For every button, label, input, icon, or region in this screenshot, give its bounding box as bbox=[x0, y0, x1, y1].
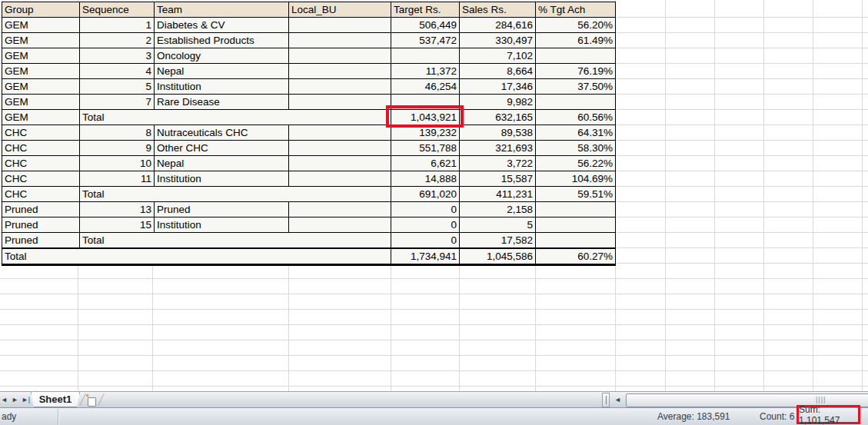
tab-sheet1[interactable]: Sheet1 bbox=[31, 392, 80, 407]
cell-pct[interactable] bbox=[536, 217, 616, 233]
cell-pct[interactable]: 60.27% bbox=[536, 248, 616, 265]
header-sequence[interactable]: Sequence bbox=[80, 2, 155, 18]
cell-local-bu[interactable] bbox=[289, 33, 391, 48]
cell-sales[interactable]: 89,538 bbox=[460, 125, 536, 141]
cell-group[interactable]: GEM bbox=[2, 79, 80, 95]
cell-sales[interactable]: 284,616 bbox=[460, 18, 536, 33]
cell-sales[interactable]: 9,982 bbox=[460, 95, 536, 110]
cell-group[interactable]: Pruned bbox=[2, 202, 80, 217]
cell-sequence[interactable]: 4 bbox=[80, 64, 155, 79]
header-target[interactable]: Target Rs. bbox=[391, 2, 460, 18]
cell-local-bu[interactable] bbox=[289, 171, 391, 187]
cell-group[interactable]: CHC bbox=[2, 141, 80, 156]
cell-pct[interactable]: 58.30% bbox=[536, 141, 616, 156]
cell-local-bu[interactable] bbox=[289, 95, 391, 110]
cell-sales[interactable]: 330,497 bbox=[460, 33, 536, 48]
cell-team[interactable]: Diabetes & CV bbox=[155, 18, 289, 33]
cell-target[interactable]: 14,888 bbox=[391, 171, 460, 187]
header-team[interactable]: Team bbox=[155, 2, 289, 18]
cell-pct[interactable]: 64.31% bbox=[536, 125, 616, 141]
cell-team[interactable]: Pruned bbox=[155, 202, 289, 217]
cell-sales[interactable]: 17,582 bbox=[460, 233, 536, 249]
cell-group[interactable]: Pruned bbox=[2, 217, 80, 233]
cell-sequence[interactable]: 11 bbox=[80, 171, 155, 187]
cell-local-bu[interactable] bbox=[289, 156, 391, 171]
cell-local-bu[interactable] bbox=[289, 125, 391, 141]
cell-local-bu[interactable] bbox=[289, 141, 391, 156]
cell-sequence[interactable]: 13 bbox=[80, 202, 155, 217]
cell-team[interactable]: Institution bbox=[155, 79, 289, 95]
cell-sales[interactable]: 632,165 bbox=[460, 110, 536, 125]
cell-total-label[interactable]: Total bbox=[80, 233, 391, 249]
cell-local-bu[interactable] bbox=[289, 64, 391, 79]
cell-pct[interactable] bbox=[536, 202, 616, 217]
cell-sequence[interactable]: 1 bbox=[80, 18, 155, 33]
cell-pct[interactable]: 56.20% bbox=[536, 18, 616, 33]
cell-team[interactable]: Nepal bbox=[155, 156, 289, 171]
cell-sales[interactable]: 2,158 bbox=[460, 202, 536, 217]
cell-team[interactable]: Rare Disease bbox=[155, 95, 289, 110]
cell-group[interactable]: GEM bbox=[2, 18, 80, 33]
cell-team[interactable]: Established Products bbox=[155, 33, 289, 48]
cell-pct[interactable]: 56.22% bbox=[536, 156, 616, 171]
cell-pct[interactable] bbox=[536, 95, 616, 110]
cell-group[interactable]: CHC bbox=[2, 187, 80, 202]
tab-scroll-last-button[interactable]: ►| bbox=[20, 393, 32, 407]
cell-sales[interactable]: 7,102 bbox=[460, 48, 536, 64]
cell-sales[interactable]: 411,231 bbox=[460, 187, 536, 202]
cell-total-label[interactable]: Total bbox=[80, 110, 391, 125]
cell-team[interactable]: Other CHC bbox=[155, 141, 289, 156]
header-group[interactable]: Group bbox=[2, 2, 80, 18]
cell-pct[interactable]: 61.49% bbox=[536, 33, 616, 48]
cell-sales[interactable]: 15,587 bbox=[460, 171, 536, 187]
cell-pct[interactable]: 37.50% bbox=[536, 79, 616, 95]
cell-pct[interactable]: 76.19% bbox=[536, 64, 616, 79]
hscroll-left-button[interactable]: ◄ bbox=[612, 393, 624, 407]
cell-sales[interactable]: 1,045,586 bbox=[460, 248, 536, 265]
cell-team[interactable]: Oncology bbox=[155, 48, 289, 64]
cell-local-bu[interactable] bbox=[289, 18, 391, 33]
cell-pct[interactable]: 104.69% bbox=[536, 171, 616, 187]
tab-split-handle[interactable] bbox=[602, 393, 610, 407]
cell-sales[interactable]: 5 bbox=[460, 217, 536, 233]
cell-group[interactable]: Pruned bbox=[2, 233, 80, 249]
cell-pct[interactable] bbox=[536, 233, 616, 249]
cell-sales[interactable]: 17,346 bbox=[460, 79, 536, 95]
cell-local-bu[interactable] bbox=[289, 48, 391, 64]
cell-target[interactable] bbox=[391, 48, 460, 64]
cell-team[interactable]: Nepal bbox=[155, 64, 289, 79]
cell-team[interactable]: Nutraceuticals CHC bbox=[155, 125, 289, 141]
cell-group[interactable]: GEM bbox=[2, 48, 80, 64]
cell-sequence[interactable]: 8 bbox=[80, 125, 155, 141]
cell-group[interactable]: GEM bbox=[2, 95, 80, 110]
cell-target[interactable]: 0 bbox=[391, 233, 460, 249]
cell-pct[interactable]: 60.56% bbox=[536, 110, 616, 125]
cell-group[interactable]: CHC bbox=[2, 171, 80, 187]
cell-sequence[interactable]: 15 bbox=[80, 217, 155, 233]
cell-sequence[interactable]: 5 bbox=[80, 79, 155, 95]
header-pct[interactable]: % Tgt Ach bbox=[536, 2, 616, 18]
cell-target[interactable]: 1,734,941 bbox=[391, 248, 460, 265]
cell-target[interactable]: 691,020 bbox=[391, 187, 460, 202]
cell-target[interactable]: 506,449 bbox=[391, 18, 460, 33]
cell-target[interactable]: 6,621 bbox=[391, 156, 460, 171]
cell-group[interactable]: GEM bbox=[2, 110, 80, 125]
cell-local-bu[interactable] bbox=[289, 217, 391, 233]
cell-group[interactable]: CHC bbox=[2, 125, 80, 141]
cell-sequence[interactable]: 2 bbox=[80, 33, 155, 48]
tab-scroll-right-button[interactable]: ► bbox=[9, 393, 21, 407]
cell-sales[interactable]: 8,664 bbox=[460, 64, 536, 79]
cell-group[interactable]: CHC bbox=[2, 156, 80, 171]
cell-total-label[interactable]: Total bbox=[80, 187, 391, 202]
cell-team[interactable]: Institution bbox=[155, 217, 289, 233]
cell-target[interactable]: 46,254 bbox=[391, 79, 460, 95]
cell-sequence[interactable]: 3 bbox=[80, 48, 155, 64]
cell-group[interactable]: GEM bbox=[2, 64, 80, 79]
cell-pct[interactable] bbox=[536, 48, 616, 64]
cell-target[interactable]: 0 bbox=[391, 217, 460, 233]
cell-target[interactable]: 537,472 bbox=[391, 33, 460, 48]
insert-worksheet-button[interactable]: ✦ bbox=[85, 395, 95, 405]
cell-sequence[interactable]: 10 bbox=[80, 156, 155, 171]
cell-local-bu[interactable] bbox=[289, 202, 391, 217]
cell-local-bu[interactable] bbox=[289, 79, 391, 95]
